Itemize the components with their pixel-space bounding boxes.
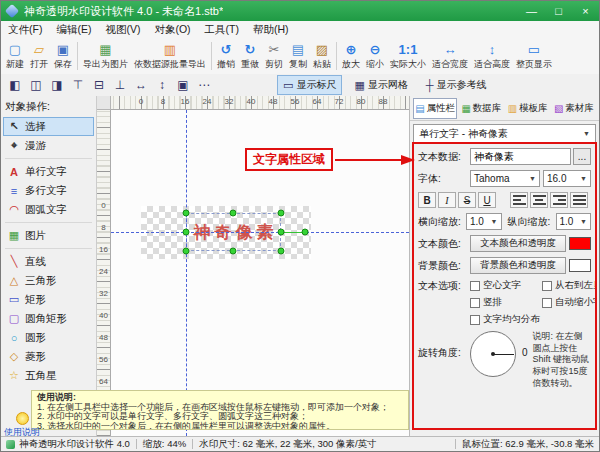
text-color-swatch[interactable] (569, 237, 591, 250)
tab-database[interactable]: ▦ 数据库 (459, 98, 503, 119)
zoom-out-button[interactable]: ⊖ 缩小 (363, 38, 387, 74)
star-tool[interactable]: ☆ 五角星 (3, 366, 94, 385)
maximize-button[interactable]: □ (545, 1, 572, 21)
align-top-button[interactable]: ⊤ (68, 76, 88, 94)
menu-tool[interactable]: 工具(T) (198, 21, 246, 38)
checkbox-box[interactable] (542, 298, 552, 308)
text-align-justify-button[interactable] (570, 192, 588, 208)
show-guides-toggle[interactable]: ┼ 显示参考线 (420, 75, 493, 95)
selection-handle[interactable] (278, 248, 285, 255)
redo-button[interactable]: ↻ 重做 (238, 38, 262, 74)
same-size-button[interactable]: ▣ (173, 76, 193, 94)
single-line-text-tool[interactable]: A 单行文字 (3, 162, 94, 181)
same-width-button[interactable]: ↔ (131, 76, 151, 94)
align-middle-button[interactable]: ⊟ (89, 76, 109, 94)
checkbox-even-distribution[interactable]: 文字均匀分布 (470, 313, 540, 326)
diamond-tool[interactable]: ◇ 菱形 (3, 347, 94, 366)
text-align-right-button[interactable] (550, 192, 568, 208)
pan-tool[interactable]: ⌖ 漫游 (3, 136, 94, 155)
show-ruler-toggle[interactable]: ▭ 显示标尺 (277, 75, 342, 95)
checkbox-auto-shrink[interactable]: 自动缩小字体 (542, 296, 597, 309)
font-family-select[interactable]: Tahoma (470, 170, 540, 187)
selection-handle[interactable] (183, 248, 190, 255)
text-align-left-button[interactable] (510, 192, 528, 208)
strikethrough-button[interactable]: S (458, 192, 476, 208)
checkbox-box[interactable] (470, 315, 480, 325)
fit-height-button[interactable]: ↕ 适合高度 (471, 38, 513, 74)
rotation-handle[interactable] (302, 229, 309, 236)
design-canvas[interactable]: 0816243240485664728088 08162432404856647… (97, 96, 409, 436)
new-button[interactable]: ▢ 新建 (3, 38, 27, 74)
menu-edit[interactable]: 编辑(E) (49, 21, 98, 38)
selection-handle[interactable] (278, 229, 285, 236)
cut-button[interactable]: ✂ 剪切 (262, 38, 286, 74)
select-tool[interactable]: ↖ 选择 (3, 117, 94, 136)
font-size-select[interactable]: 16.0 (543, 170, 591, 187)
export-image-button[interactable]: ▦ 导出为图片 (80, 38, 131, 74)
text-color-button[interactable]: 文本颜色和透明度 (470, 235, 566, 252)
minimize-button[interactable]: — (518, 1, 545, 21)
align-center-button[interactable]: ◫ (26, 76, 46, 94)
tab-properties[interactable]: ▤ 属性栏 (413, 98, 457, 119)
object-selector[interactable]: 单行文字 - 神奇像素 (413, 124, 596, 143)
actual-size-button[interactable]: 1:1 实际大小 (387, 38, 429, 74)
horizontal-guide-line[interactable] (111, 232, 409, 233)
h-scale-select[interactable]: 1.0 (466, 213, 502, 230)
rectangle-tool[interactable]: ▭ 矩形 (3, 290, 94, 309)
multi-line-text-tool[interactable]: ≡ 多行文字 (3, 181, 94, 200)
copy-button[interactable]: ▤ 复制 (286, 38, 310, 74)
rotation-dial[interactable] (470, 331, 516, 377)
selection-handle[interactable] (278, 210, 285, 217)
usage-help-button[interactable]: 使用说明 (1, 412, 43, 439)
title-bar[interactable]: 神奇透明水印设计软件 4.0 - 未命名1.stb* — □ × (1, 1, 599, 21)
horizontal-ruler[interactable]: 0816243240485664728088 (97, 96, 409, 110)
triangle-tool[interactable]: △ 三角形 (3, 271, 94, 290)
arc-text-tool[interactable]: ◠ 圆弧文字 (3, 200, 94, 219)
tab-materials[interactable]: ▧ 素材库 (552, 98, 596, 119)
bold-button[interactable]: B (418, 192, 436, 208)
distribute-button[interactable]: ⋯ (194, 76, 214, 94)
checkbox-hollow-text[interactable]: 空心文字 (470, 279, 540, 292)
underline-button[interactable]: U (478, 192, 496, 208)
checkbox-box[interactable] (470, 298, 480, 308)
close-button[interactable]: × (572, 1, 599, 21)
checkbox-right-to-left[interactable]: 从右到左显示 (542, 279, 597, 292)
background-color-swatch[interactable] (569, 259, 591, 272)
tab-templates[interactable]: ▥ 模板库 (506, 98, 550, 119)
checkbox-vertical[interactable]: 竖排 (470, 296, 540, 309)
selection-handle[interactable] (230, 210, 237, 217)
align-right-button[interactable]: ◨ (47, 76, 67, 94)
undo-button[interactable]: ↺ 撤销 (214, 38, 238, 74)
align-bottom-button[interactable]: ⊥ (110, 76, 130, 94)
menu-help[interactable]: 帮助(H) (246, 21, 296, 38)
background-color-button[interactable]: 背景颜色和透明度 (470, 257, 566, 274)
circle-tool[interactable]: ○ 圆形 (3, 328, 94, 347)
image-tool[interactable]: ▦ 图片 (3, 226, 94, 245)
menu-object[interactable]: 对象(O) (147, 21, 197, 38)
align-left-button[interactable]: ◧ (5, 76, 25, 94)
show-grid-toggle[interactable]: ▦ 显示网格 (348, 75, 413, 95)
text-data-input[interactable] (470, 148, 571, 165)
italic-button[interactable]: I (438, 192, 456, 208)
batch-export-button[interactable]: ▥ 依数据源批量导出 (131, 38, 209, 74)
text-align-center-button[interactable] (530, 192, 548, 208)
line-tool[interactable]: ╲ 直线 (3, 252, 94, 271)
vertical-ruler[interactable]: 081624324048566472 (97, 96, 111, 436)
vertical-guide-line[interactable] (186, 110, 187, 436)
same-height-button[interactable]: ↕ (152, 76, 172, 94)
paste-button[interactable]: ▨ 粘贴 (310, 38, 334, 74)
text-data-more-button[interactable]: ... (573, 148, 591, 165)
rounded-rectangle-tool[interactable]: ▢ 圆角矩形 (3, 309, 94, 328)
zoom-in-button[interactable]: ⊕ 放大 (339, 38, 363, 74)
fit-width-button[interactable]: ↔ 适合宽度 (429, 38, 471, 74)
save-button[interactable]: ▣ 保存 (51, 38, 75, 74)
menu-view[interactable]: 视图(V) (98, 21, 147, 38)
selection-handle[interactable] (183, 229, 190, 236)
selection-handle[interactable] (183, 210, 190, 217)
checkbox-box[interactable] (470, 281, 480, 291)
selection-handle[interactable] (230, 248, 237, 255)
fit-page-button[interactable]: ▭ 整页显示 (513, 38, 555, 74)
open-button[interactable]: ▱ 打开 (27, 38, 51, 74)
checkbox-box[interactable] (542, 281, 552, 291)
v-scale-select[interactable]: 1.0 (556, 213, 592, 230)
